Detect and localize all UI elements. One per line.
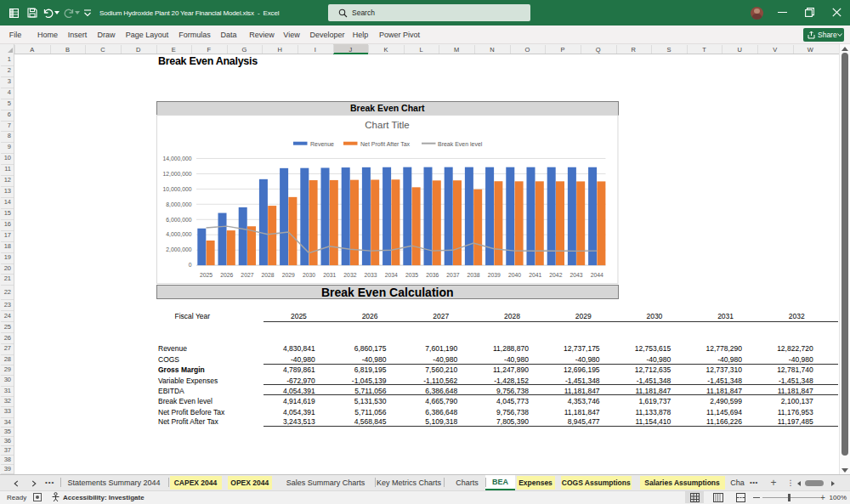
svg-text:Revenue: Revenue: [310, 141, 334, 147]
svg-text:2037: 2037: [446, 272, 459, 278]
svg-text:2043: 2043: [570, 272, 583, 278]
svg-text:2031: 2031: [323, 272, 336, 278]
svg-text:Break Even level: Break Even level: [438, 141, 483, 147]
svg-text:2027: 2027: [241, 272, 253, 278]
svg-text:2040: 2040: [508, 272, 521, 278]
svg-text:0: 0: [189, 263, 192, 269]
svg-text:6,000,000: 6,000,000: [166, 217, 191, 223]
svg-text:2032: 2032: [343, 272, 356, 278]
svg-text:2039: 2039: [488, 272, 501, 278]
svg-text:Chart Title: Chart Title: [365, 120, 409, 130]
svg-text:2033: 2033: [365, 272, 377, 278]
svg-text:2041: 2041: [529, 272, 541, 278]
svg-text:2035: 2035: [405, 272, 418, 278]
svg-text:2044: 2044: [591, 272, 604, 278]
svg-text:12,000,000: 12,000,000: [163, 171, 192, 177]
svg-text:2038: 2038: [468, 272, 480, 278]
svg-text:10,000,000: 10,000,000: [163, 186, 192, 192]
svg-text:2028: 2028: [262, 272, 275, 278]
svg-text:2036: 2036: [426, 272, 439, 278]
svg-text:2042: 2042: [549, 272, 562, 278]
svg-text:4,000,000: 4,000,000: [166, 232, 191, 238]
svg-text:2025: 2025: [200, 272, 212, 278]
svg-text:2029: 2029: [282, 272, 295, 278]
svg-text:2034: 2034: [385, 272, 398, 278]
svg-text:Net Profit After Tax: Net Profit After Tax: [360, 141, 411, 147]
svg-text:2030: 2030: [303, 272, 315, 278]
svg-text:14,000,000: 14,000,000: [163, 156, 192, 161]
svg-text:2,000,000: 2,000,000: [166, 247, 191, 253]
svg-text:8,000,000: 8,000,000: [166, 201, 191, 207]
svg-text:2026: 2026: [220, 272, 233, 278]
